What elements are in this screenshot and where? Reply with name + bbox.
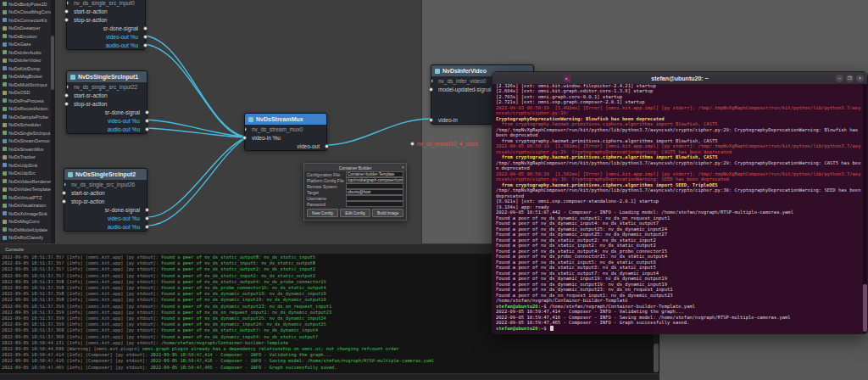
node-header[interactable]: NvDsSingleSrcInput2	[64, 169, 147, 180]
configuration-file-label: Configuration File	[307, 172, 344, 177]
node-mux[interactable]: NvDsStreamMuxnv_ds_stream_mux0video-in %…	[244, 113, 327, 151]
sidebar-item-nvdsmsgconv[interactable]: NvDsMsgConv	[0, 218, 54, 226]
sidebar-item-nvdsmodelupdate[interactable]: NvDsModelUpdate	[0, 226, 54, 234]
component-icon	[3, 227, 7, 232]
sidebar-item-nvdsdewarper[interactable]: NvDsDewarper	[0, 25, 54, 33]
input-port-stop-sr-action[interactable]: stop-sr-action	[64, 197, 147, 205]
sidebar-item-nvdsinfervideo[interactable]: NvDsInferVideo	[0, 57, 54, 65]
output-port-video-outu[interactable]: video-out %u	[67, 32, 145, 41]
edit-config-button[interactable]: Edit Config	[340, 209, 371, 217]
sidebar-item-nvdsconnectorkit[interactable]: NvDsConnectorKit	[0, 16, 54, 25]
node-header[interactable]: NvDsStreamMux	[245, 114, 326, 125]
sidebar-item-nvdsroiclassify[interactable]: NvDsRoiClassify	[0, 234, 54, 243]
terminal-window[interactable]: >_ stefan@ubuntu20: ~ − ❐ × [2.326s] [ex…	[492, 71, 868, 334]
component-icon	[3, 59, 7, 63]
output-port-audio-outu[interactable]: audio-out %u	[67, 125, 147, 133]
node-src2[interactable]: NvDsSingleSrcInput2nv_ds_single_src_inpu…	[64, 168, 147, 232]
output-port-sr-done-signal[interactable]: sr-done-signal	[67, 108, 147, 116]
port-label: video-out %u	[108, 215, 140, 221]
output-port-audio-outu[interactable]: audio-out %u	[64, 222, 147, 231]
terminal-line: stefan@ubuntu20:~$	[496, 326, 862, 332]
sidebar-item-nvdsstreamdemux[interactable]: NvDsStreamDemux	[0, 137, 54, 146]
password-field[interactable]	[346, 201, 403, 208]
terminal-output[interactable]: [2.326s] [ext: omni.kit.window.filepicke…	[492, 84, 867, 333]
sidebar-item-nvdsxvimagesink[interactable]: NvDsXvImageSink	[0, 210, 54, 218]
console-log-line: 2022-09-05 10:59:44.690 [Warning] [omni.…	[2, 346, 651, 352]
sidebar-item-nvdsemotion[interactable]: NvDsEmotion	[0, 32, 54, 41]
input-port-start-sr-action[interactable]: start-sr-action	[67, 91, 147, 99]
input-port-stop-sr-action[interactable]: stop-sr-action	[67, 99, 147, 108]
component-icon	[3, 123, 7, 127]
output-port-audio-outu[interactable]: audio-out %u	[67, 41, 145, 49]
minimize-icon[interactable]: −	[836, 75, 843, 82]
component-icon	[70, 75, 75, 80]
dialog-titlebar[interactable]: Container Builder ×	[304, 164, 406, 171]
output-port-sr-done-signal[interactable]: sr-done-signal	[64, 205, 147, 214]
port-label: video-in	[438, 117, 458, 123]
terminal-scrollbar[interactable]	[863, 84, 867, 333]
sidebar-item-nvdsvisualization[interactable]: NvDsVisualization	[0, 202, 54, 210]
sidebar-scrollbar[interactable]	[51, 0, 54, 243]
component-icon	[3, 236, 7, 240]
node-src0[interactable]: NvDsSingleSrcInput0nv_ds_single_src_inpu…	[66, 0, 146, 50]
terminal-scrollbar-thumb[interactable]	[863, 284, 867, 332]
input-port-start-sr-action[interactable]: start-sr-action	[67, 7, 145, 15]
sidebar-item-nvdsudpsink[interactable]: NvDsUdpSink	[0, 161, 54, 170]
node-instance-name: nv_ds_single_src_input0	[67, 0, 145, 7]
component-icon	[3, 10, 7, 14]
terminal-line: 2022-09-05 08:50:19 [1,501ms] [Error] [o…	[496, 171, 862, 182]
error-component-label[interactable]: nv_ds_resnet10_4_class	[410, 141, 478, 147]
sidebar-item-nvdsudpsrc[interactable]: NvDsUdpSrc	[0, 170, 54, 178]
component-icon	[3, 34, 7, 38]
sidebar-item-nvdsvideotemplate[interactable]: NvDsVideoTemplate	[0, 186, 54, 194]
port-label: audio-out %u	[108, 224, 140, 230]
container-builder-dialog[interactable]: Container Builder × Configuration FileCo…	[303, 163, 407, 221]
sidebar-item-nvdsgaze[interactable]: NvDsGaze	[0, 41, 54, 49]
sidebar-item-nvdstracker[interactable]: NvDsTracker	[0, 154, 54, 162]
sidebar-item-nvdsscheduler[interactable]: NvDsScheduler	[0, 121, 54, 130]
sidebar-item-nvdsrecordaction[interactable]: NvDsRecordAction	[0, 105, 54, 114]
port-dot	[410, 142, 415, 146]
component-list-panel: NvDsBodyPose2DNvDsCloudMsgConvNvDsConnec…	[0, 0, 55, 243]
new-config-button[interactable]: New Config	[307, 209, 338, 217]
close-icon[interactable]: ×	[401, 165, 404, 170]
sidebar-item-label: NvDsXvImageSink	[8, 211, 47, 216]
sidebar-item-nvdsosd[interactable]: NvDsOSD	[0, 89, 54, 98]
sidebar-item-nvdskittidump[interactable]: NvDsKittiDump	[0, 64, 54, 73]
output-port-video-out[interactable]: video-out	[245, 142, 326, 150]
node-src1[interactable]: NvDsSingleSrcInput1nv_ds_single_src_inpu…	[66, 70, 147, 134]
input-port-video-inu[interactable]: video-in %u	[245, 133, 326, 142]
output-port-video-outu[interactable]: video-out %u	[67, 116, 147, 125]
port-dot	[62, 191, 66, 195]
maximize-icon[interactable]: ❐	[846, 75, 854, 82]
node-header[interactable]: NvDsSingleSrcInput1	[67, 71, 147, 82]
port-dot	[145, 127, 149, 131]
sidebar-item-nvdscloudmsgconv[interactable]: NvDsCloudMsgConv	[0, 8, 54, 17]
sidebar-item-label: NvDsVideoRenderer	[8, 179, 51, 184]
port-dot	[143, 43, 147, 48]
console-statusbar	[0, 373, 659, 380]
sidebar-item-nvdsmsgbroker[interactable]: NvDsMsgBroker	[0, 73, 54, 81]
input-port-start-sr-action[interactable]: start-sr-action	[64, 188, 147, 197]
build-image-button[interactable]: Build Image	[372, 209, 403, 217]
input-port-stop-sr-action[interactable]: stop-sr-action	[67, 15, 145, 24]
sidebar-item-nvdsvirtualptz[interactable]: NvDsVirtualPTZ	[0, 193, 54, 202]
sidebar-scrollbar-thumb[interactable]	[51, 36, 54, 90]
sidebar-item-label: NvDsUdpSrc	[8, 170, 36, 176]
sidebar-item-nvdsinferaudio[interactable]: NvDsInferAudio	[0, 48, 54, 57]
output-port-video-outu[interactable]: video-out %u	[64, 214, 147, 222]
sidebar-item-nvdsvideorenderer[interactable]: NvDsVideoRenderer	[0, 177, 54, 186]
component-icon	[3, 171, 7, 176]
sidebar-item-nvdsbodypose2d[interactable]: NvDsBodyPose2D	[0, 0, 54, 8]
output-port-sr-done-signal[interactable]: sr-done-signal	[67, 24, 145, 32]
component-icon	[3, 147, 7, 151]
sidebar-item-nvdsstreammux[interactable]: NvDsStreamMux	[0, 145, 54, 154]
sidebar-item-nvdspreprocess[interactable]: NvDsPreProcess	[0, 97, 54, 105]
sidebar-item-label: NvDsKittiDump	[8, 66, 40, 71]
console-scrollbar-thumb[interactable]	[654, 344, 659, 372]
sidebar-item-nvdssinglesrcinput[interactable]: NvDsSingleSrcInput	[0, 129, 54, 137]
close-icon[interactable]: ×	[856, 75, 864, 82]
sidebar-item-nvdsmultisrcinput[interactable]: NvDsMultiSrcInput	[0, 81, 54, 89]
terminal-titlebar[interactable]: >_ stefan@ubuntu20: ~ − ❐ ×	[492, 72, 867, 84]
sidebar-item-nvdssampleprobe[interactable]: NvDsSampleProbe	[0, 113, 54, 121]
